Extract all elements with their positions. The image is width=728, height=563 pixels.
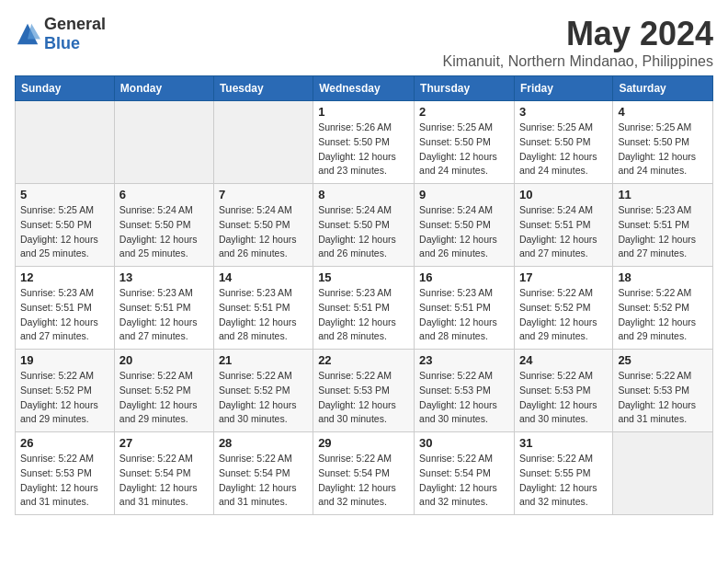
day-number: 13 bbox=[119, 270, 209, 284]
day-info: Sunrise: 5:24 AMSunset: 5:51 PMDaylight:… bbox=[519, 203, 608, 261]
weekday-header-sunday: Sunday bbox=[16, 76, 115, 101]
week-row-5: 26Sunrise: 5:22 AMSunset: 5:53 PMDayligh… bbox=[16, 432, 713, 515]
day-info: Sunrise: 5:22 AMSunset: 5:52 PMDaylight:… bbox=[219, 369, 308, 427]
day-number: 26 bbox=[20, 436, 109, 450]
day-number: 5 bbox=[20, 188, 109, 201]
day-info: Sunrise: 5:23 AMSunset: 5:51 PMDaylight:… bbox=[318, 286, 409, 344]
day-number: 8 bbox=[318, 188, 409, 201]
day-info: Sunrise: 5:24 AMSunset: 5:50 PMDaylight:… bbox=[119, 203, 209, 261]
calendar-cell: 10Sunrise: 5:24 AMSunset: 5:51 PMDayligh… bbox=[514, 184, 612, 267]
calendar-cell: 12Sunrise: 5:23 AMSunset: 5:51 PMDayligh… bbox=[16, 267, 115, 350]
day-number: 17 bbox=[519, 270, 608, 284]
day-info: Sunrise: 5:22 AMSunset: 5:55 PMDaylight:… bbox=[519, 452, 608, 510]
weekday-header-row: SundayMondayTuesdayWednesdayThursdayFrid… bbox=[16, 76, 713, 101]
day-info: Sunrise: 5:22 AMSunset: 5:54 PMDaylight:… bbox=[318, 452, 409, 510]
weekday-header-friday: Friday bbox=[514, 76, 612, 101]
calendar-cell: 11Sunrise: 5:23 AMSunset: 5:51 PMDayligh… bbox=[613, 184, 713, 267]
day-number: 15 bbox=[318, 270, 409, 284]
day-number: 31 bbox=[519, 436, 608, 450]
day-info: Sunrise: 5:23 AMSunset: 5:51 PMDaylight:… bbox=[618, 203, 708, 261]
month-title: May 2024 bbox=[443, 15, 713, 53]
logo-general: General bbox=[44, 15, 106, 33]
day-info: Sunrise: 5:23 AMSunset: 5:51 PMDaylight:… bbox=[119, 286, 209, 344]
day-number: 22 bbox=[318, 353, 409, 367]
day-number: 2 bbox=[419, 105, 509, 119]
calendar-cell: 20Sunrise: 5:22 AMSunset: 5:52 PMDayligh… bbox=[114, 350, 213, 432]
title-area: May 2024 Kimanuit, Northern Mindanao, Ph… bbox=[443, 15, 713, 70]
day-info: Sunrise: 5:22 AMSunset: 5:53 PMDaylight:… bbox=[519, 369, 608, 427]
calendar-cell: 25Sunrise: 5:22 AMSunset: 5:53 PMDayligh… bbox=[613, 350, 713, 432]
day-number: 3 bbox=[519, 105, 608, 119]
day-number: 23 bbox=[419, 353, 509, 367]
day-info: Sunrise: 5:25 AMSunset: 5:50 PMDaylight:… bbox=[618, 121, 708, 178]
day-number: 18 bbox=[618, 270, 708, 284]
calendar-cell: 29Sunrise: 5:22 AMSunset: 5:54 PMDayligh… bbox=[313, 432, 415, 515]
day-info: Sunrise: 5:22 AMSunset: 5:52 PMDaylight:… bbox=[519, 286, 608, 344]
day-info: Sunrise: 5:22 AMSunset: 5:54 PMDaylight:… bbox=[119, 452, 209, 510]
day-info: Sunrise: 5:25 AMSunset: 5:50 PMDaylight:… bbox=[419, 121, 509, 178]
day-number: 6 bbox=[119, 188, 209, 201]
day-number: 28 bbox=[219, 436, 308, 450]
day-number: 12 bbox=[20, 270, 109, 284]
logo-blue: Blue bbox=[44, 34, 80, 52]
day-info: Sunrise: 5:25 AMSunset: 5:50 PMDaylight:… bbox=[20, 203, 109, 261]
day-number: 24 bbox=[519, 353, 608, 367]
day-info: Sunrise: 5:22 AMSunset: 5:52 PMDaylight:… bbox=[20, 369, 109, 427]
day-number: 25 bbox=[618, 353, 708, 367]
week-row-2: 5Sunrise: 5:25 AMSunset: 5:50 PMDaylight… bbox=[16, 184, 713, 267]
day-number: 19 bbox=[20, 353, 109, 367]
calendar-cell: 2Sunrise: 5:25 AMSunset: 5:50 PMDaylight… bbox=[415, 101, 515, 184]
day-info: Sunrise: 5:26 AMSunset: 5:50 PMDaylight:… bbox=[318, 121, 409, 178]
calendar-cell bbox=[213, 101, 313, 184]
logo-icon bbox=[15, 21, 40, 47]
calendar-cell: 5Sunrise: 5:25 AMSunset: 5:50 PMDaylight… bbox=[16, 184, 115, 267]
day-info: Sunrise: 5:22 AMSunset: 5:52 PMDaylight:… bbox=[618, 286, 708, 344]
day-number: 21 bbox=[219, 353, 308, 367]
day-info: Sunrise: 5:22 AMSunset: 5:52 PMDaylight:… bbox=[119, 369, 209, 427]
calendar-cell: 22Sunrise: 5:22 AMSunset: 5:53 PMDayligh… bbox=[313, 350, 415, 432]
calendar-cell: 8Sunrise: 5:24 AMSunset: 5:50 PMDaylight… bbox=[313, 184, 415, 267]
calendar-cell: 7Sunrise: 5:24 AMSunset: 5:50 PMDaylight… bbox=[213, 184, 313, 267]
weekday-header-saturday: Saturday bbox=[613, 76, 713, 101]
calendar-cell: 15Sunrise: 5:23 AMSunset: 5:51 PMDayligh… bbox=[313, 267, 415, 350]
day-number: 1 bbox=[318, 105, 409, 119]
day-info: Sunrise: 5:22 AMSunset: 5:53 PMDaylight:… bbox=[618, 369, 708, 427]
calendar-cell: 6Sunrise: 5:24 AMSunset: 5:50 PMDaylight… bbox=[114, 184, 213, 267]
week-row-1: 1Sunrise: 5:26 AMSunset: 5:50 PMDaylight… bbox=[16, 101, 713, 184]
week-row-3: 12Sunrise: 5:23 AMSunset: 5:51 PMDayligh… bbox=[16, 267, 713, 350]
day-number: 10 bbox=[519, 188, 608, 201]
day-info: Sunrise: 5:22 AMSunset: 5:53 PMDaylight:… bbox=[419, 369, 509, 427]
day-info: Sunrise: 5:22 AMSunset: 5:53 PMDaylight:… bbox=[318, 369, 409, 427]
calendar-cell: 24Sunrise: 5:22 AMSunset: 5:53 PMDayligh… bbox=[514, 350, 612, 432]
weekday-header-tuesday: Tuesday bbox=[213, 76, 313, 101]
calendar-cell: 3Sunrise: 5:25 AMSunset: 5:50 PMDaylight… bbox=[514, 101, 612, 184]
day-info: Sunrise: 5:22 AMSunset: 5:54 PMDaylight:… bbox=[419, 452, 509, 510]
day-number: 16 bbox=[419, 270, 509, 284]
calendar-cell bbox=[114, 101, 213, 184]
calendar-cell: 23Sunrise: 5:22 AMSunset: 5:53 PMDayligh… bbox=[415, 350, 515, 432]
week-row-4: 19Sunrise: 5:22 AMSunset: 5:52 PMDayligh… bbox=[16, 350, 713, 432]
day-number: 29 bbox=[318, 436, 409, 450]
day-info: Sunrise: 5:23 AMSunset: 5:51 PMDaylight:… bbox=[219, 286, 308, 344]
day-number: 14 bbox=[219, 270, 308, 284]
calendar-cell: 9Sunrise: 5:24 AMSunset: 5:50 PMDaylight… bbox=[415, 184, 515, 267]
day-number: 9 bbox=[419, 188, 509, 201]
day-number: 7 bbox=[219, 188, 308, 201]
weekday-header-monday: Monday bbox=[114, 76, 213, 101]
calendar-cell: 30Sunrise: 5:22 AMSunset: 5:54 PMDayligh… bbox=[415, 432, 515, 515]
calendar-cell: 26Sunrise: 5:22 AMSunset: 5:53 PMDayligh… bbox=[16, 432, 115, 515]
calendar-cell: 4Sunrise: 5:25 AMSunset: 5:50 PMDaylight… bbox=[613, 101, 713, 184]
weekday-header-wednesday: Wednesday bbox=[313, 76, 415, 101]
day-info: Sunrise: 5:23 AMSunset: 5:51 PMDaylight:… bbox=[20, 286, 109, 344]
day-number: 30 bbox=[419, 436, 509, 450]
calendar-cell: 14Sunrise: 5:23 AMSunset: 5:51 PMDayligh… bbox=[213, 267, 313, 350]
day-info: Sunrise: 5:24 AMSunset: 5:50 PMDaylight:… bbox=[318, 203, 409, 261]
day-info: Sunrise: 5:22 AMSunset: 5:53 PMDaylight:… bbox=[20, 452, 109, 510]
day-number: 4 bbox=[618, 105, 708, 119]
day-info: Sunrise: 5:25 AMSunset: 5:50 PMDaylight:… bbox=[519, 121, 608, 178]
calendar-cell: 18Sunrise: 5:22 AMSunset: 5:52 PMDayligh… bbox=[613, 267, 713, 350]
calendar-cell: 28Sunrise: 5:22 AMSunset: 5:54 PMDayligh… bbox=[213, 432, 313, 515]
calendar-cell: 16Sunrise: 5:23 AMSunset: 5:51 PMDayligh… bbox=[415, 267, 515, 350]
day-info: Sunrise: 5:24 AMSunset: 5:50 PMDaylight:… bbox=[419, 203, 509, 261]
calendar-cell bbox=[16, 101, 115, 184]
